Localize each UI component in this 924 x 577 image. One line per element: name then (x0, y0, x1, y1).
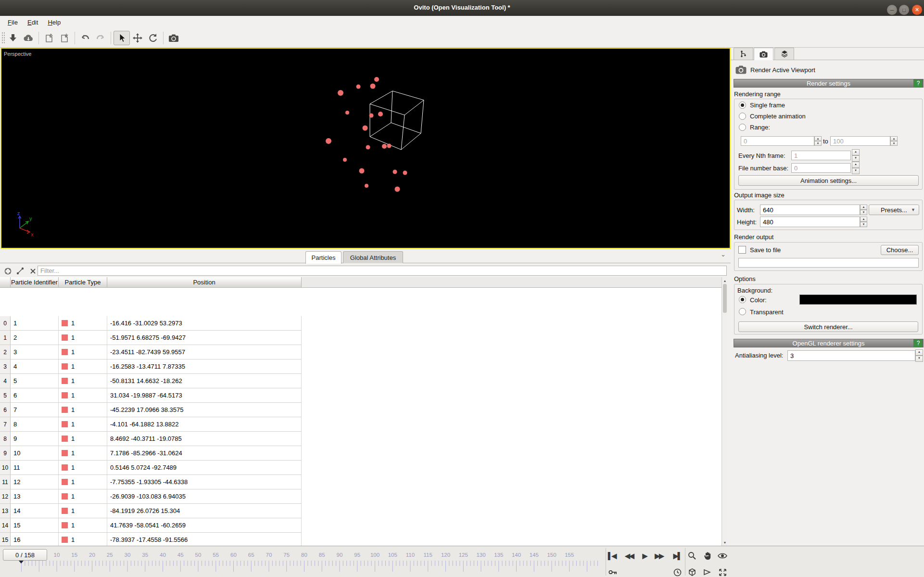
tab-particles[interactable]: Particles (305, 251, 342, 264)
scroll-down-icon[interactable]: ▼ (722, 539, 727, 545)
height-input[interactable]: 480 (760, 217, 860, 227)
help-button[interactable]: ? (913, 79, 923, 88)
viewport-type-label[interactable]: Perspective (4, 51, 31, 57)
table-row[interactable]: 121-51.9571 6.68275 -69.9427 (0, 331, 302, 345)
switch-renderer-button[interactable]: Switch renderer... (738, 321, 918, 332)
timeline-thumb-icon[interactable] (19, 561, 24, 564)
range-from-input[interactable]: 0 (741, 136, 814, 146)
zoom-scene-extents-button[interactable] (686, 566, 698, 577)
pan-mode-button[interactable] (702, 550, 713, 562)
minimize-button[interactable]: ─ (887, 5, 897, 15)
redo-button[interactable] (93, 31, 108, 45)
every-nth-spinner[interactable]: ▲▼ (852, 149, 860, 162)
bond-inspect-button[interactable] (14, 266, 26, 276)
maximize-viewport-button[interactable] (717, 566, 728, 577)
help-button[interactable]: ? (913, 339, 923, 347)
move-mode-button[interactable] (130, 31, 145, 45)
render-settings-header[interactable]: Render settings ? (734, 79, 924, 88)
rotate-mode-button[interactable] (145, 31, 161, 45)
tab-render[interactable] (754, 48, 773, 60)
radio-range[interactable] (739, 124, 746, 131)
undo-button[interactable] (77, 31, 93, 45)
import-file-button[interactable] (5, 31, 21, 45)
range-from-spinner[interactable]: ▲▼ (814, 136, 822, 146)
orbit-mode-button[interactable] (717, 550, 728, 562)
range-to-input[interactable]: 100 (830, 136, 890, 146)
zoom-mode-button[interactable] (686, 550, 698, 562)
table-row[interactable]: 101110.5146 5.0724 -92.7489 (0, 461, 302, 475)
antialiasing-spinner[interactable]: ▲▼ (915, 349, 923, 362)
previous-frame-button[interactable]: ◀◀ (622, 550, 636, 562)
table-row[interactable]: 781-4.101 -64.1882 13.8822 (0, 417, 302, 432)
import-remote-button[interactable] (21, 31, 36, 45)
table-row[interactable]: 91017.1786 -85.2966 -31.0624 (0, 446, 302, 461)
scroll-thumb[interactable] (723, 284, 727, 313)
menu-edit[interactable]: Edit (23, 17, 43, 28)
file-base-input[interactable]: 0 (791, 163, 851, 173)
radio-complete-animation[interactable] (739, 113, 746, 120)
choose-file-button[interactable]: Choose... (881, 245, 919, 255)
table-row[interactable]: 13141-84.1919 26.0726 15.304 (0, 504, 302, 518)
header-position[interactable]: Position (107, 277, 302, 288)
table-row[interactable]: 8918.4692 -40.3711 -19.0785 (0, 432, 302, 446)
menu-file[interactable]: File (3, 17, 23, 28)
background-color-swatch[interactable] (799, 295, 917, 305)
table-row[interactable]: 56131.034 -19.9887 -64.5173 (0, 388, 302, 403)
file-base-spinner[interactable]: ▲▼ (852, 162, 860, 174)
current-frame-button[interactable]: 0 / 158 (3, 549, 47, 561)
table-row[interactable]: 15161-78.3937 -17.4558 -91.5566 (0, 533, 302, 546)
select-mode-button[interactable] (114, 31, 130, 45)
tab-global-attributes[interactable]: Global Attributes (343, 251, 403, 263)
collapse-inspector-icon[interactable]: ⌄ (721, 251, 726, 258)
next-frame-button[interactable]: ▶▶ (652, 550, 666, 562)
maximize-button[interactable]: □ (899, 5, 909, 15)
table-row[interactable]: 12131-26.9039 -103.083 6.94035 (0, 489, 302, 504)
table-row[interactable]: 451-50.8131 14.6632 -18.262 (0, 374, 302, 388)
header-particle-type[interactable]: Particle Type (59, 277, 107, 288)
toolbar-grip[interactable] (1, 32, 5, 44)
auto-key-button[interactable] (607, 566, 619, 577)
viewport-3d[interactable]: z y x Perspective (0, 48, 731, 249)
output-path-field[interactable] (738, 258, 919, 268)
save-to-file-checkbox[interactable] (738, 246, 746, 254)
table-row[interactable]: 231-23.4511 -82.7439 59.9557 (0, 345, 302, 359)
table-row[interactable]: 1415141.7639 -58.0541 -60.2659 (0, 518, 302, 533)
table-row[interactable]: 11121-7.75355 -1.93305 -44.6338 (0, 475, 302, 489)
titlebar[interactable]: Ovito (Open Visualization Tool) * ─ □ ✕ (0, 0, 924, 16)
export-file-alt-button[interactable] (57, 31, 72, 45)
width-spinner[interactable]: ▲▼ (860, 205, 867, 215)
animation-settings-button[interactable]: Animation settings... (738, 175, 919, 186)
tab-pipeline[interactable] (734, 48, 753, 60)
crosshair-select-button[interactable] (1, 266, 14, 276)
timeline-ruler[interactable]: 1015202530354045505560657075808590951001… (0, 546, 604, 576)
presets-dropdown[interactable]: Presets... ▼ (869, 205, 919, 215)
export-file-button[interactable] (41, 31, 57, 45)
width-input[interactable]: 640 (760, 205, 860, 215)
table-row[interactable]: 671-45.2239 17.0966 38.3575 (0, 403, 302, 417)
play-button[interactable]: ▶ (638, 550, 652, 562)
render-button[interactable] (166, 31, 181, 45)
opengl-settings-header[interactable]: OpenGL renderer settings ? (734, 339, 924, 347)
scroll-up-icon[interactable]: ▲ (722, 278, 727, 283)
tab-overlays[interactable] (774, 48, 794, 60)
close-button[interactable]: ✕ (912, 5, 922, 15)
table-row[interactable]: 341-16.2583 -13.4711 7.87335 (0, 359, 302, 374)
header-index[interactable] (0, 277, 11, 288)
table-row[interactable]: 011-16.416 -31.0029 53.2973 (0, 316, 302, 331)
filter-input[interactable]: Filter... (38, 266, 727, 276)
every-nth-input[interactable]: 1 (791, 151, 851, 160)
antialiasing-input[interactable]: 3 (787, 350, 915, 361)
animation-settings-button-small[interactable] (671, 566, 683, 577)
render-active-viewport-button[interactable]: Render Active Viewport (735, 64, 815, 75)
menu-help[interactable]: Help (43, 17, 65, 28)
pick-mode-button[interactable] (701, 566, 713, 577)
skip-to-start-button[interactable]: ▌◀ (605, 550, 619, 562)
table-scrollbar[interactable]: ▲ ▼ (721, 277, 727, 546)
header-particle-identifier[interactable]: Particle Identifier (11, 277, 59, 288)
radio-background-color[interactable] (739, 296, 746, 303)
radio-single-frame[interactable] (739, 102, 746, 109)
skip-to-end-button[interactable]: ▶▌ (671, 550, 684, 562)
range-to-spinner[interactable]: ▲▼ (890, 136, 898, 146)
radio-background-transparent[interactable] (739, 308, 746, 315)
height-spinner[interactable]: ▲▼ (860, 217, 867, 227)
